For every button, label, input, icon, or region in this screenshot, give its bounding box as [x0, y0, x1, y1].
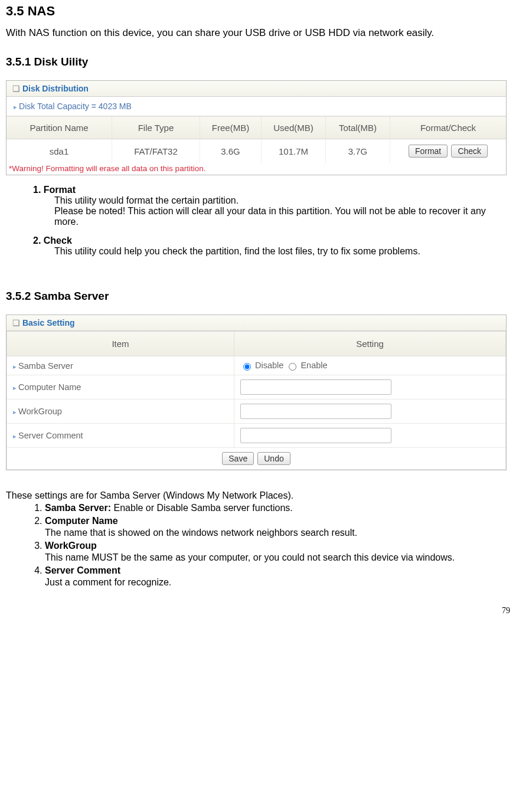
undo-button[interactable]: Undo	[257, 452, 290, 465]
save-button[interactable]: Save	[222, 452, 254, 465]
col-action: Format/Check	[390, 117, 507, 139]
intro-text: With NAS function on this device, you ca…	[6, 27, 510, 39]
col-free: Free(MB)	[200, 117, 262, 139]
panel-title-disk: Disk Distribution	[6, 81, 506, 97]
col-used: Used(MB)	[262, 117, 326, 139]
panel-title-basic: Basic Setting	[6, 315, 506, 331]
page-number: 79	[6, 606, 510, 615]
samba-form-table: Item Setting Samba Server Disable Enable…	[6, 331, 506, 470]
list-item: WorkGroup This name MUST be the same as …	[45, 540, 510, 564]
col-setting: Setting	[234, 332, 506, 356]
row-label-workgroup: WorkGroup	[7, 400, 234, 424]
doc-format-l2: Please be noted! This action will clear …	[54, 206, 510, 227]
samba-doc-intro: These settings are for Samba Server (Win…	[6, 490, 510, 501]
warning-text: *Warning! Formatting will erase all data…	[6, 163, 506, 175]
item-label: WorkGroup	[45, 541, 97, 551]
cell-total: 3.7G	[326, 139, 390, 163]
item-label: Server Comment	[45, 565, 120, 575]
cell-actions: Format Check	[390, 139, 507, 163]
cell-used: 101.7M	[262, 139, 326, 163]
radio-enable[interactable]	[289, 363, 296, 371]
disk-table: Partition Name File Type Free(MB) Used(M…	[6, 116, 506, 163]
disk-capacity-line: Disk Total Capacity = 4023 MB	[6, 97, 506, 116]
col-partition: Partition Name	[6, 117, 112, 139]
list-item: Server Comment Just a comment for recogn…	[45, 565, 510, 589]
item-text: The name that is showed on the windows n…	[45, 528, 357, 538]
computer-name-input[interactable]	[240, 379, 391, 395]
doc-check-l1: This utility could help you check the pa…	[54, 246, 510, 257]
disk-distribution-panel: Disk Distribution Disk Total Capacity = …	[6, 80, 507, 175]
cell-partition: sda1	[6, 139, 112, 163]
row-setting-server: Disable Enable	[234, 356, 506, 375]
subsection-disk-utility: 3.5.1 Disk Uility	[6, 55, 510, 68]
form-actions: Save Undo	[7, 448, 506, 470]
check-button[interactable]: Check	[451, 145, 488, 158]
server-comment-input[interactable]	[240, 428, 391, 443]
section-heading: 3.5 NAS	[6, 4, 510, 19]
doc-format-heading: 1. Format	[33, 185, 510, 195]
samba-doc-list: Samba Server: Enable or Disable Samba se…	[22, 502, 510, 588]
workgroup-input[interactable]	[240, 404, 391, 419]
col-total: Total(MB)	[326, 117, 390, 139]
item-text: Enable or Disable Samba server functions…	[111, 503, 293, 513]
item-label: Computer Name	[45, 516, 118, 526]
cell-free: 3.6G	[200, 139, 262, 163]
col-item: Item	[7, 332, 234, 356]
item-text: Just a comment for recognize.	[45, 577, 171, 587]
row-label-server: Samba Server	[7, 356, 234, 375]
format-button[interactable]: Format	[409, 145, 448, 158]
cell-filetype: FAT/FAT32	[112, 139, 200, 163]
radio-disable-label: Disable	[255, 361, 283, 370]
basic-setting-panel: Basic Setting Item Setting Samba Server …	[6, 315, 507, 470]
item-label: Samba Server:	[45, 503, 111, 513]
table-row: sda1 FAT/FAT32 3.6G 101.7M 3.7G Format C…	[6, 139, 506, 163]
radio-enable-label: Enable	[301, 361, 327, 370]
list-item: Samba Server: Enable or Disable Samba se…	[45, 502, 510, 514]
doc-format-l1: This utility would format the certain pa…	[54, 195, 510, 206]
col-filetype: File Type	[112, 117, 200, 139]
doc-check-heading: 2. Check	[33, 235, 510, 246]
radio-disable[interactable]	[243, 363, 251, 371]
item-text: This name MUST be the same as your compu…	[45, 552, 455, 562]
list-item: Computer Name The name that is showed on…	[45, 515, 510, 539]
subsection-samba: 3.5.2 Samba Server	[6, 290, 510, 303]
row-label-server-comment: Server Comment	[7, 424, 234, 448]
row-label-computer-name: Computer Name	[7, 375, 234, 400]
